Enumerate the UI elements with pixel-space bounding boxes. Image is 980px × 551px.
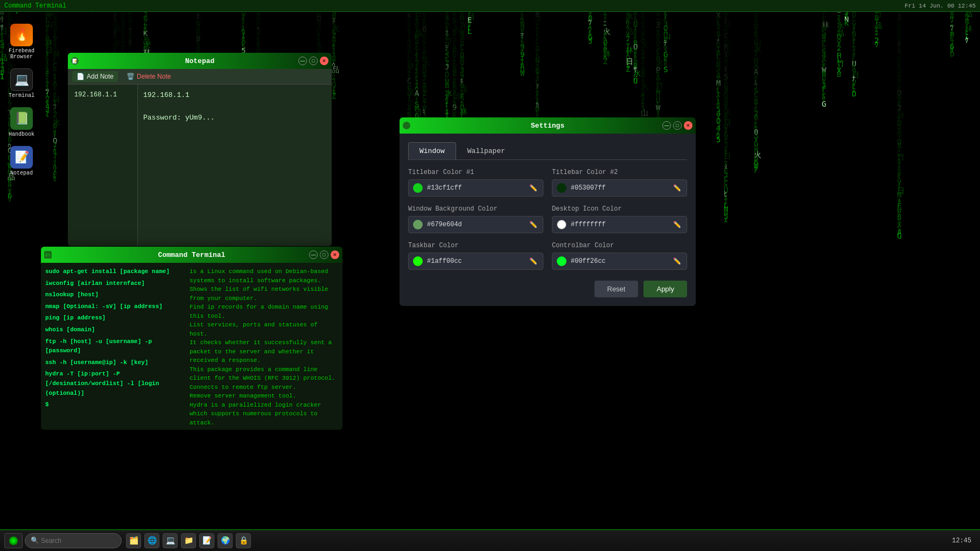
notepad-text-content: 192.168.1.1 Password: yUm9... [143,90,326,123]
window-bg-row: #679e604d ✏️ [408,216,543,233]
notepad-title: Notepad [72,57,327,65]
settings-title: Settings [404,122,691,130]
desktop-icons: 🔥 Firebead Browser 💻 Terminal 📗 Handbook… [0,16,43,184]
terminal-desc-1: Shows the list of wifi networks visible … [190,285,338,303]
terminal-cmd-6: ftp -h [host] -u [username] -p [password… [45,337,185,356]
controlbar-color-value: #00ff26cc [571,257,668,265]
desktop-icon-browser[interactable]: 🔥 Firebead Browser [3,22,40,62]
taskbar-color-value: #1aff00cc [427,257,524,265]
settings-titlebar[interactable]: Settings — □ ✕ [400,117,696,134]
terminal-cmd-4: ping [ip address] [45,313,185,323]
titlebar1-label: Titlebar Color #1 [408,169,543,176]
terminal-cmd-5: whois [domain] [45,325,185,335]
taskbar-color-label: Taskbar Color [408,242,543,249]
notepad-window-controls: — □ ✕ [298,57,328,65]
taskbar-icon-security[interactable]: 🔒 [236,533,251,548]
taskbar-icon-network[interactable]: 🌍 [218,533,233,548]
desktop-icon-notepad[interactable]: 📝 Notepad [3,144,40,178]
terminal-close-btn[interactable]: ✕ [331,250,339,259]
window-bg-edit-btn[interactable]: ✏️ [528,220,538,229]
terminal-title: Command Terminal [45,251,338,259]
browser-icon-label: Firebead Browser [5,48,38,60]
terminal-maximize-btn[interactable]: □ [320,250,328,259]
taskbar-icon-files[interactable]: 📁 [181,533,196,548]
controlbar-color-field: Controlbar Color #00ff26cc ✏️ [552,242,687,270]
taskbar-icon-browser[interactable]: 🌐 [144,533,159,548]
terminal-minimize-btn[interactable]: — [309,250,318,259]
terminal-titlebar[interactable]: C\ Command Terminal — □ ✕ [41,247,342,263]
add-note-icon: 📄 [76,73,85,80]
settings-icon-area [403,122,410,129]
taskbar-icon-notepad2[interactable]: 📝 [199,533,214,548]
window-bg-value: #679e604d [427,221,524,228]
add-note-button[interactable]: 📄 Add Note [72,71,118,82]
notepad-close-btn[interactable]: ✕ [320,57,328,65]
terminal-desc-5: This package provides a command line cli… [190,365,338,383]
settings-close-btn[interactable]: ✕ [684,121,692,130]
taskbar-right: 12:45 [952,537,976,545]
titlebar2-edit-btn[interactable]: ✏️ [672,183,682,193]
desktop-icon-field: Desktop Icon Color #ffffffff ✏️ [552,205,687,233]
titlebar1-dot [413,183,423,193]
terminal-desc-7: Remove server management tool. [190,392,338,401]
search-bar[interactable]: 🔍 [25,533,122,548]
settings-minimize-btn[interactable]: — [662,121,671,130]
terminal-desc-3: List services, ports and statuses of hos… [190,320,338,338]
delete-note-label: Delete Note [137,73,171,80]
terminal-icon: 💻 [10,68,33,91]
tab-window[interactable]: Window [408,142,456,159]
notepad-icon-label: Notepad [10,170,33,176]
delete-note-button[interactable]: 🗑️ Delete Note [122,71,175,82]
notepad-minimize-btn[interactable]: — [298,57,307,65]
apply-button[interactable]: Apply [643,281,687,297]
notepad-window: 📝 Notepad — □ ✕ 📄 Add Note 🗑️ Delete Not… [68,53,332,246]
notepad-main[interactable]: 192.168.1.1 Password: yUm9... [138,85,332,246]
terminal-commands-left: sudo apt-get install [package name]iwcon… [45,267,185,426]
search-input[interactable] [41,537,106,545]
desktop-icon-row: #ffffffff ✏️ [552,216,687,233]
terminal-icon-indicator: C\ [44,251,52,259]
terminal-window: C\ Command Terminal — □ ✕ sudo apt-get i… [41,247,342,430]
taskbar-color-field: Taskbar Color #1aff00cc ✏️ [408,242,543,270]
titlebar1-value: #13cf1cff [427,184,524,192]
titlebar1-edit-btn[interactable]: ✏️ [528,183,538,193]
terminal-body[interactable]: sudo apt-get install [package name]iwcon… [41,263,342,430]
notepad-titlebar[interactable]: 📝 Notepad — □ ✕ [68,53,332,69]
reset-button[interactable]: Reset [594,281,639,297]
taskbar-icon-terminal2[interactable]: 💻 [163,533,178,548]
controlbar-color-edit-btn[interactable]: ✏️ [672,256,682,266]
settings-icon [403,122,410,129]
desktop-icon-terminal[interactable]: 💻 Terminal [3,66,40,101]
terminal-descriptions-right: is a Linux command used on Debian-based … [190,267,338,426]
handbook-icon-label: Handbook [9,131,34,137]
topbar-title: Command Terminal [4,2,66,10]
titlebar2-value: #053007ff [571,184,668,192]
terminal-prompt[interactable]: $ [45,400,185,410]
notepad-icon: 📝 [10,146,33,169]
topbar-datetime: Fri 14 Jun. 00 12:45 [905,3,976,9]
notepad-body: 192.168.1.1 192.168.1.1 Password: yUm9..… [68,85,332,246]
controlbar-color-dot [557,256,566,266]
start-button[interactable] [4,533,23,548]
settings-color-grid: Titlebar Color #1 #13cf1cff ✏️ Titlebar … [408,169,687,270]
notepad-content: 📄 Add Note 🗑️ Delete Note 192.168.1.1 19… [68,69,332,246]
titlebar2-dot [557,183,566,193]
handbook-icon: 📗 [10,107,33,130]
notepad-sidebar: 192.168.1.1 [68,85,138,246]
notepad-note-item[interactable]: 192.168.1.1 [72,89,133,101]
notepad-maximize-btn[interactable]: □ [309,57,318,65]
settings-maximize-btn[interactable]: □ [673,121,682,130]
taskbar-icon-explorer[interactable]: 🗂️ [126,533,141,548]
tab-wallpaper[interactable]: Wallpaper [456,142,516,159]
settings-window-controls: — □ ✕ [662,121,692,130]
desktop-icon-dot [557,220,566,229]
add-note-label: Add Note [87,73,114,80]
desktop-icon-handbook[interactable]: 📗 Handbook [3,105,40,140]
controlbar-color-row: #00ff26cc ✏️ [552,253,687,270]
terminal-desc-2: Find ip records for a domain name using … [190,303,338,320]
search-icon: 🔍 [31,536,39,545]
taskbar-time: 12:45 [952,537,971,545]
terminal-cmd-0: sudo apt-get install [package name] [45,267,185,277]
desktop-icon-edit-btn[interactable]: ✏️ [672,220,682,229]
taskbar-color-edit-btn[interactable]: ✏️ [528,256,538,266]
